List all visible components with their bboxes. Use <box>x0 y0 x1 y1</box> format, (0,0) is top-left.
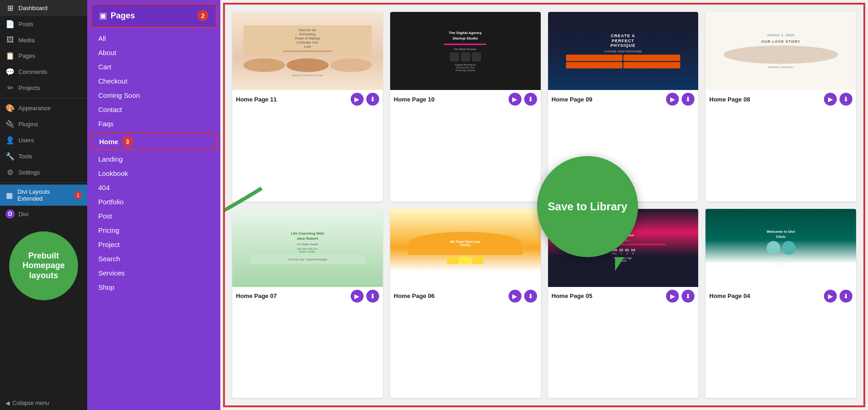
layout-preview-hp11: Discover theEnchantingPower of Makeupto … <box>232 12 383 90</box>
layout-play-hp06[interactable]: ▶ <box>509 290 521 303</box>
pages-menu-portfolio[interactable]: Portfolio <box>87 195 220 209</box>
projects-icon: ✏ <box>6 84 15 92</box>
comments-icon: 💬 <box>6 67 15 76</box>
layout-download-hp05[interactable]: ⬇ <box>682 290 694 303</box>
layout-download-hp09[interactable]: ⬇ <box>682 93 694 106</box>
pages-menu-services[interactable]: Services <box>87 266 220 280</box>
layout-card-hp07: Life Coaching WithJane Robert For Better… <box>232 209 383 399</box>
divi-layouts-badge: 1 <box>74 191 82 199</box>
sidebar-item-label: Settings <box>18 169 40 176</box>
pages-menu-portfolio-label: Portfolio <box>98 198 123 206</box>
sidebar-divider <box>0 98 87 98</box>
pages-menu-services-label: Services <box>98 269 125 277</box>
sidebar-divider-2 <box>0 182 87 183</box>
pages-menu-faqs-label: Faqs <box>98 120 113 128</box>
layout-play-hp09[interactable]: ▶ <box>666 93 679 106</box>
layout-preview-hp09: CREATE APERFECTPHYSIQUE CHOOSE YOUR PROG… <box>548 12 699 90</box>
pages-menu-cart-label: Cart <box>98 63 111 71</box>
layout-play-hp05[interactable]: ▶ <box>666 290 679 303</box>
sidebar-item-divi[interactable]: D Divi <box>0 206 87 222</box>
users-icon: 👤 <box>6 136 15 145</box>
layout-play-hp10[interactable]: ▶ <box>509 93 521 106</box>
sidebar-item-appearance[interactable]: 🎨 Appearance <box>0 100 87 116</box>
pages-menu-shop[interactable]: Shop <box>87 280 220 294</box>
pages-sidebar-title: Pages <box>111 11 135 21</box>
layout-name-hp06: Home Page 06 <box>394 292 506 299</box>
media-icon: 🖼 <box>6 36 15 44</box>
dashboard-icon: ⊞ <box>6 4 15 12</box>
layout-card-hp08: DIANNA & JABIN OUR LOVE STORY Wedding ce… <box>706 12 856 202</box>
pages-menu-checkout-label: Checkout <box>98 77 127 85</box>
layout-footer-hp07: Home Page 07 ▶ ⬇ <box>232 287 383 305</box>
admin-sidebar: ⊞ Dashboard 📄 Posts 🖼 Media 📋 Pages 💬 Co… <box>0 0 87 410</box>
sidebar-item-projects[interactable]: ✏ Projects <box>0 80 87 96</box>
pages-menu-landing[interactable]: Landing <box>87 152 220 166</box>
sidebar-item-plugins[interactable]: 🔌 Plugins <box>0 116 87 132</box>
appearance-icon: 🎨 <box>6 104 15 112</box>
sidebar-item-label: Projects <box>18 84 40 91</box>
layout-name-hp04: Home Page 04 <box>709 292 821 299</box>
layout-name-hp07: Home Page 07 <box>236 292 348 299</box>
layout-name-hp08: Home Page 08 <box>709 96 821 103</box>
pages-menu-about[interactable]: About <box>87 45 220 60</box>
layout-card-hp10: The Digital AgencyStartup Studio Our Wor… <box>390 12 541 202</box>
pages-menu-all[interactable]: All <box>87 31 220 45</box>
pages-menu-pricing[interactable]: Pricing <box>87 223 220 237</box>
pages-header[interactable]: ▣ Pages 2 <box>91 4 217 28</box>
layout-preview-hp06: We Treat Them LikeFamily <box>390 209 541 287</box>
pages-menu-shop-label: Shop <box>98 283 114 291</box>
collapse-menu-label: Collapse menu <box>12 400 49 406</box>
sidebar-item-settings[interactable]: ⚙ Settings <box>0 164 87 180</box>
pages-sidebar: ▣ Pages 2 All About Cart Checkout Coming… <box>87 0 220 410</box>
layout-download-hp08[interactable]: ⬇ <box>840 93 852 106</box>
pages-menu-lookbook-label: Lookbook <box>98 169 128 177</box>
layout-download-hp11[interactable]: ⬇ <box>366 93 379 106</box>
sidebar-item-pages[interactable]: 📋 Pages <box>0 48 87 64</box>
layout-preview-hp10: The Digital AgencyStartup Studio Our Wor… <box>390 12 541 90</box>
sidebar-item-tools[interactable]: 🔧 Tools <box>0 148 87 164</box>
pages-menu-about-label: About <box>98 49 116 56</box>
sidebar-item-users[interactable]: 👤 Users <box>0 132 87 148</box>
sidebar-item-label: Divi Layouts Extended <box>17 188 71 202</box>
sidebar-item-posts[interactable]: 📄 Posts <box>0 16 87 32</box>
layout-play-hp11[interactable]: ▶ <box>351 93 364 106</box>
layout-play-hp07[interactable]: ▶ <box>351 290 364 303</box>
pages-menu-faqs[interactable]: Faqs <box>87 117 220 131</box>
layout-footer-hp06: Home Page 06 ▶ ⬇ <box>390 287 541 305</box>
pages-menu-coming-soon-label: Coming Soon <box>98 91 140 99</box>
collapse-menu-button[interactable]: ◀ Collapse menu <box>0 396 87 410</box>
divi-layouts-icon: ▦ <box>6 191 14 200</box>
layout-download-hp06[interactable]: ⬇ <box>524 290 537 303</box>
layout-name-hp09: Home Page 09 <box>552 96 664 103</box>
pages-menu-project[interactable]: Project <box>87 237 220 252</box>
pages-menu-cart[interactable]: Cart <box>87 60 220 74</box>
layout-footer-hp05: Home Page 05 ▶ ⬇ <box>548 287 699 305</box>
collapse-icon: ◀ <box>6 400 10 406</box>
pages-menu-post-label: Post <box>98 212 112 220</box>
sidebar-item-divi-layouts[interactable]: ▦ Divi Layouts Extended 1 <box>0 185 87 206</box>
pages-menu-checkout[interactable]: Checkout <box>87 74 220 88</box>
pages-menu-lookbook[interactable]: Lookbook <box>87 166 220 180</box>
layout-download-hp10[interactable]: ⬇ <box>524 93 537 106</box>
layout-download-hp07[interactable]: ⬇ <box>366 290 379 303</box>
layout-play-hp04[interactable]: ▶ <box>824 290 837 303</box>
layout-download-hp04[interactable]: ⬇ <box>840 290 852 303</box>
pages-menu-coming-soon[interactable]: Coming Soon <box>87 88 220 102</box>
step-badge-2: 2 <box>197 10 208 21</box>
pages-menu-contact-label: Contact <box>98 106 122 113</box>
sidebar-item-comments[interactable]: 💬 Comments <box>0 64 87 80</box>
sidebar-item-label: Comments <box>18 68 47 75</box>
step-badge-3: 3 <box>122 136 133 147</box>
pages-menu-post[interactable]: Post <box>87 209 220 223</box>
layout-preview-hp04: Welcome to DiviClinic The Best MedicalTr… <box>706 209 856 287</box>
pages-menu-404[interactable]: 404 <box>87 180 220 195</box>
pages-menu-home[interactable]: Home 3 <box>91 133 217 150</box>
sidebar-item-label: Plugins <box>18 121 38 128</box>
pages-menu-search[interactable]: Search <box>87 252 220 266</box>
pages-menu-contact[interactable]: Contact <box>87 102 220 117</box>
sidebar-item-label: Pages <box>18 52 35 59</box>
sidebar-item-dashboard[interactable]: ⊞ Dashboard <box>0 0 87 16</box>
sidebar-item-media[interactable]: 🖼 Media <box>0 32 87 48</box>
sidebar-item-label: Users <box>18 137 34 144</box>
layout-play-hp08[interactable]: ▶ <box>824 93 837 106</box>
